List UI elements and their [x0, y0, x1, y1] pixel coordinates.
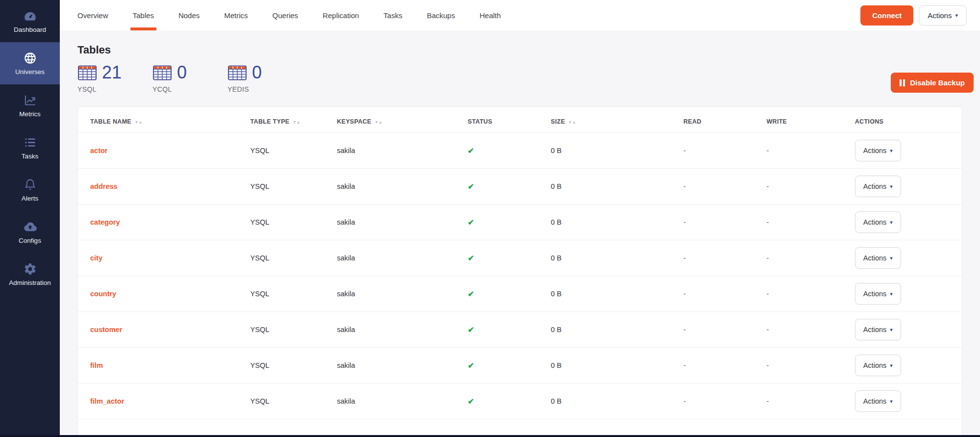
- write-cell: -: [766, 276, 854, 312]
- table-grid-icon: [152, 65, 172, 80]
- keyspace-cell: sakila: [337, 133, 468, 169]
- tab-tasks[interactable]: Tasks: [383, 0, 402, 30]
- disable-backup-button[interactable]: Disable Backup: [891, 73, 974, 93]
- status-ok-icon: ✔: [468, 182, 474, 191]
- sort-icon[interactable]: ▼▲: [292, 120, 300, 125]
- column-header-keyspace[interactable]: KEYSPACE▼▲: [337, 107, 468, 133]
- connect-button[interactable]: Connect: [860, 5, 913, 26]
- column-header-size[interactable]: SIZE▼▲: [551, 107, 683, 133]
- table-type-cell: YSQL: [251, 276, 337, 312]
- row-actions-button[interactable]: Actions ▾: [855, 176, 901, 197]
- write-cell: -: [766, 240, 854, 276]
- sidebar-item-configs[interactable]: Configs: [0, 211, 60, 253]
- write-cell: -: [766, 312, 854, 348]
- table-count-label: YSQL: [77, 85, 152, 93]
- sidebar-item-universes[interactable]: Universes: [0, 42, 60, 84]
- tables-list: TABLE NAME▼▲ TABLE TYPE▼▲ KEYSPACE▼▲ STA…: [78, 107, 962, 419]
- keyspace-cell: sakila: [337, 205, 468, 240]
- table-name-link[interactable]: address: [90, 182, 118, 190]
- column-header-actions[interactable]: ACTIONS: [855, 107, 962, 133]
- tab-queries[interactable]: Queries: [273, 0, 299, 30]
- read-cell: -: [683, 240, 766, 276]
- sidebar-item-dashboard[interactable]: Dashboard: [0, 0, 60, 42]
- table-counts: 21 YSQL 0 YCQL 0 YEDIS: [77, 64, 962, 93]
- row-actions-button[interactable]: Actions ▾: [855, 390, 901, 412]
- keyspace-cell: sakila: [337, 312, 468, 348]
- table-count-value: 0: [177, 64, 187, 81]
- read-cell: -: [683, 205, 766, 240]
- chevron-down-icon: ▾: [890, 184, 893, 189]
- read-cell: -: [683, 133, 766, 169]
- column-header-write[interactable]: WRITE: [766, 107, 854, 133]
- table-row-address: address YSQL sakila ✔ 0 B - - Actions ▾: [78, 169, 962, 205]
- tab-metrics[interactable]: Metrics: [224, 0, 248, 30]
- tab-overview[interactable]: Overview: [77, 0, 108, 30]
- actions-dropdown-button[interactable]: Actions ▾: [919, 5, 967, 26]
- size-cell: 0 B: [551, 205, 683, 240]
- size-cell: 0 B: [551, 133, 683, 169]
- pause-icon: [900, 79, 905, 86]
- read-cell: -: [683, 169, 766, 205]
- keyspace-cell: sakila: [337, 169, 468, 205]
- status-ok-icon: ✔: [468, 361, 474, 370]
- chevron-down-icon: ▾: [890, 399, 893, 404]
- tab-health[interactable]: Health: [479, 0, 501, 30]
- table-type-cell: YSQL: [251, 169, 337, 205]
- table-grid-icon: [227, 65, 247, 80]
- table-type-cell: YSQL: [251, 384, 337, 419]
- table-row-film_actor: film_actor YSQL sakila ✔ 0 B - - Actions…: [78, 384, 962, 419]
- chevron-down-icon: ▾: [890, 256, 893, 261]
- sidebar-item-alerts[interactable]: Alerts: [0, 169, 60, 211]
- size-cell: 0 B: [551, 348, 683, 384]
- row-actions-button[interactable]: Actions ▾: [855, 140, 901, 161]
- status-ok-icon: ✔: [468, 290, 474, 298]
- sidebar: Dashboard Universes Metrics Tasks Alerts…: [0, 0, 60, 437]
- table-name-link[interactable]: country: [90, 290, 116, 298]
- row-actions-button[interactable]: Actions ▾: [855, 211, 901, 233]
- tab-tables[interactable]: Tables: [133, 0, 154, 30]
- row-actions-button[interactable]: Actions ▾: [855, 319, 901, 340]
- table-name-link[interactable]: actor: [90, 147, 107, 154]
- table-name-link[interactable]: city: [90, 254, 102, 262]
- table-count-value: 0: [252, 64, 262, 81]
- row-actions-button[interactable]: Actions ▾: [855, 283, 901, 305]
- metrics-icon: [24, 94, 37, 107]
- keyspace-cell: sakila: [337, 384, 468, 419]
- table-name-link[interactable]: film: [90, 361, 103, 369]
- main-content: Tables 21 YSQL 0 YCQL 0 YEDIS: [60, 30, 980, 437]
- status-ok-icon: ✔: [468, 254, 474, 262]
- sort-icon[interactable]: ▼▲: [568, 120, 576, 125]
- row-actions-button[interactable]: Actions ▾: [855, 355, 901, 376]
- sort-icon[interactable]: ▼▲: [134, 120, 142, 125]
- status-ok-icon: ✔: [468, 218, 474, 227]
- tab-backups[interactable]: Backups: [427, 0, 455, 30]
- table-row-actor: actor YSQL sakila ✔ 0 B - - Actions ▾: [78, 133, 962, 169]
- table-type-cell: YSQL: [251, 205, 337, 240]
- size-cell: 0 B: [551, 312, 683, 348]
- read-cell: -: [683, 312, 766, 348]
- table-name-link[interactable]: customer: [90, 326, 122, 334]
- table-row-customer: customer YSQL sakila ✔ 0 B - - Actions ▾: [78, 312, 962, 348]
- sidebar-item-metrics[interactable]: Metrics: [0, 84, 60, 127]
- write-cell: -: [766, 348, 854, 384]
- sidebar-item-tasks[interactable]: Tasks: [0, 127, 60, 169]
- sort-icon[interactable]: ▼▲: [375, 120, 382, 125]
- table-name-link[interactable]: category: [90, 218, 120, 226]
- table-row-country: country YSQL sakila ✔ 0 B - - Actions ▾: [78, 276, 962, 312]
- row-actions-button[interactable]: Actions ▾: [855, 247, 901, 269]
- dashboard-icon: [24, 9, 37, 23]
- chevron-down-icon: ▾: [890, 220, 893, 225]
- tab-nodes[interactable]: Nodes: [178, 0, 200, 30]
- keyspace-cell: sakila: [337, 240, 468, 276]
- status-ok-icon: ✔: [468, 326, 474, 334]
- tab-replication[interactable]: Replication: [323, 0, 359, 30]
- column-header-status[interactable]: STATUS: [468, 107, 551, 133]
- size-cell: 0 B: [551, 276, 683, 312]
- table-name-link[interactable]: film_actor: [90, 397, 124, 405]
- column-header-read[interactable]: READ: [683, 107, 766, 133]
- column-header-table-type[interactable]: TABLE TYPE▼▲: [251, 107, 337, 133]
- actions-dropdown-label: Actions: [928, 11, 952, 20]
- column-header-table-name[interactable]: TABLE NAME▼▲: [78, 107, 251, 133]
- tables-card: TABLE NAME▼▲ TABLE TYPE▼▲ KEYSPACE▼▲ STA…: [77, 106, 962, 437]
- sidebar-item-administration[interactable]: Administration: [0, 253, 60, 295]
